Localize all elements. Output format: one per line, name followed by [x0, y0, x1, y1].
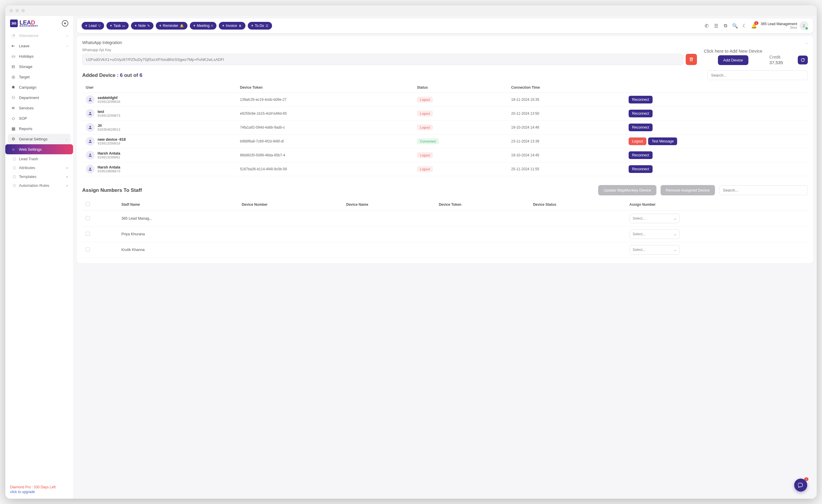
- device-status-pill: Logout: [417, 124, 433, 130]
- credit-value: 37,535: [769, 60, 783, 65]
- remove-assigned-button[interactable]: Remove Assigned Device: [661, 185, 715, 195]
- devices-col-user: User: [82, 82, 237, 93]
- staff-device-token: [435, 211, 529, 226]
- sidebar-collapse-button[interactable]: [62, 20, 68, 27]
- assign-number-select[interactable]: Select...⌄: [630, 229, 680, 239]
- sidebar-item-leave[interactable]: ⇤Leave›: [8, 41, 71, 51]
- department-icon: ⚇: [11, 95, 16, 100]
- assign-number-select[interactable]: Select...⌄: [630, 245, 680, 255]
- plus-icon: +: [159, 24, 161, 28]
- chevron-right-icon: ›: [66, 174, 68, 179]
- panel-collapse-icon[interactable]: ⌄: [805, 41, 808, 44]
- staff-checkbox[interactable]: [86, 216, 90, 220]
- chat-fab[interactable]: 3: [794, 479, 807, 492]
- staff-checkbox[interactable]: [86, 232, 90, 236]
- meeting-pill-button[interactable]: +Meeting⌑: [190, 22, 217, 30]
- add-device-button[interactable]: Add Device: [718, 55, 748, 65]
- staff-device-status: [529, 226, 626, 242]
- device-row: Harsh Antala919510806673 5187ba36-b114-4…: [82, 162, 808, 176]
- user-avatar[interactable]: [800, 21, 808, 30]
- reconnect-button[interactable]: Reconnect: [629, 110, 653, 117]
- sidebar-item-holidays[interactable]: ▭Holidays: [8, 51, 71, 61]
- to-do-pill-button[interactable]: +To Do☰: [248, 22, 272, 30]
- task-pill-button[interactable]: +Task▭: [106, 22, 129, 30]
- svg-point-5: [89, 154, 91, 155]
- delete-api-key-button[interactable]: [686, 54, 697, 65]
- logo-mark: 365: [10, 19, 18, 27]
- device-token: b968f8a8-7c69-4f2d-946f-dl: [237, 134, 414, 148]
- pill-label: Note: [138, 24, 145, 28]
- moon-button[interactable]: ☾: [741, 22, 748, 29]
- update-wapmonkey-button[interactable]: Update WapMonkey Device: [598, 185, 657, 195]
- task-list-button[interactable]: ☰: [713, 22, 719, 29]
- reconnect-button[interactable]: Reconnect: [629, 96, 653, 103]
- sidebar-subitem-automation-rules[interactable]: Automation Rules›: [8, 181, 71, 190]
- reconnect-button[interactable]: Reconnect: [629, 165, 653, 173]
- sidebar-item-label: Web Settings: [19, 147, 42, 152]
- attendance-icon: ◔: [11, 33, 16, 38]
- logout-button[interactable]: Logout: [629, 137, 647, 145]
- assign-search-input[interactable]: [719, 185, 808, 195]
- sidebar-item-label: Holidays: [19, 54, 34, 58]
- staff-name: Priya Khurana: [118, 226, 238, 242]
- note-pill-button[interactable]: +Note✎: [131, 22, 153, 30]
- logo[interactable]: 365 LEAD MANAGEMENT: [10, 19, 38, 27]
- device-user-name: seddehfghf: [97, 96, 120, 100]
- assign-number-select[interactable]: Select...⌄: [630, 214, 680, 223]
- upgrade-link[interactable]: click to upgrade: [10, 490, 68, 494]
- device-token: 86b881f0-5089-46da-85b7-4: [237, 148, 414, 162]
- circle-icon: [13, 157, 16, 160]
- lead-pill-button[interactable]: +Lead▽: [82, 22, 104, 30]
- bell-button[interactable]: 🔔4: [751, 22, 757, 29]
- reconnect-button[interactable]: Reconnect: [629, 151, 653, 159]
- device-token: e8259c6e-1b15-4cbf-b46d-85: [237, 107, 414, 121]
- sidebar-subitem-lead-trash[interactable]: Lead Trash: [8, 154, 71, 163]
- sidebar-subitem-templates[interactable]: Templates›: [8, 172, 71, 181]
- staff-checkbox[interactable]: [86, 247, 90, 251]
- staff-col-device-status: Device Status: [529, 198, 626, 211]
- staff-device-token: [435, 226, 529, 242]
- invoice-pill-button[interactable]: +Invoice🗎: [219, 22, 246, 30]
- svg-point-3: [89, 126, 91, 127]
- sidebar-item-sop[interactable]: ◇SOP: [8, 113, 71, 123]
- sidebar-item-department[interactable]: ⚇Department: [8, 92, 71, 103]
- reminder-pill-button[interactable]: +Reminder🔔: [156, 22, 187, 30]
- filter-icon: ▽: [98, 24, 100, 28]
- svg-point-4: [89, 140, 91, 141]
- copy-icon: ⧉: [724, 23, 727, 28]
- api-key-input[interactable]: [82, 54, 683, 65]
- chevron-right-icon: ›: [66, 165, 68, 170]
- pill-label: Task: [113, 24, 121, 28]
- plus-icon: +: [85, 24, 87, 28]
- chrome-dot: [15, 9, 19, 12]
- staff-col-device-number: Device Number: [238, 198, 342, 211]
- sidebar-item-target[interactable]: ◎Target: [8, 72, 71, 82]
- sidebar-subitem-attributes[interactable]: Attributes›: [8, 163, 71, 172]
- search-button[interactable]: 🔍: [732, 22, 738, 29]
- browser-chrome: [5, 5, 817, 16]
- sidebar-item-attendance[interactable]: ◔Attendance›: [8, 30, 71, 40]
- chevron-down-icon: ⌄: [674, 216, 677, 220]
- sidebar-item-general-settings[interactable]: ⚙General Settings⌄: [8, 134, 71, 144]
- sidebar-item-reports[interactable]: ▦Reports: [8, 123, 71, 134]
- sidebar-item-storage[interactable]: ⊟Storage: [8, 61, 71, 71]
- sidebar-item-web-settings[interactable]: ○Web Settings: [5, 144, 73, 154]
- devices-search-input[interactable]: [707, 70, 808, 80]
- staff-name: Krutik Khanna: [118, 242, 238, 258]
- staff-device-number: [238, 242, 342, 258]
- device-status-pill: Connected: [417, 138, 438, 144]
- test-message-button[interactable]: Test Message: [648, 137, 677, 145]
- chevron-icon: ›: [67, 44, 68, 48]
- panel-title: WhatsApp Integration: [82, 40, 122, 45]
- sidebar-item-campaign[interactable]: ✱Campaign: [8, 82, 71, 92]
- reconnect-button[interactable]: Reconnect: [629, 123, 653, 131]
- storage-icon: ⊟: [11, 64, 16, 69]
- select-all-checkbox[interactable]: [86, 202, 90, 206]
- phone-button[interactable]: ✆: [704, 22, 710, 29]
- topbar-user-name: 365 Lead Management: [761, 22, 797, 26]
- device-user-phone: 919510806673: [97, 169, 120, 173]
- sidebar-item-services[interactable]: ≋Services: [8, 103, 71, 113]
- copy-button[interactable]: ⧉: [722, 22, 729, 29]
- refresh-credit-button[interactable]: [798, 56, 808, 64]
- staff-col-device-token: Device Token: [435, 198, 529, 211]
